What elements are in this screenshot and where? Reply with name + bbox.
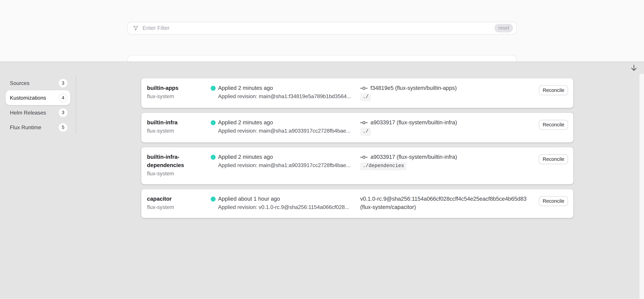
resource-name: builtin-infra-dependencies [147, 153, 211, 169]
sidebar-item-label: Helm Releases [10, 109, 46, 116]
scrollbar-track[interactable] [640, 74, 644, 299]
ref-text: f34819e5 (flux-system/builtin-apps) [370, 84, 457, 92]
reconcile-button[interactable]: Reconcile [539, 196, 568, 206]
item-count-badge: 3 [59, 78, 67, 87]
git-commit-icon [360, 155, 368, 159]
funnel-icon [133, 25, 139, 31]
ref-target-text: (flux-system/capacitor) [360, 203, 535, 212]
filter-bar: reset [127, 22, 516, 34]
resource-namespace: flux-system [147, 92, 211, 101]
status-text: Applied about 1 hour ago [218, 195, 360, 203]
revision-text: Applied revision: main@sha1:a9033917cc27… [218, 161, 360, 170]
revision-text: Applied revision: v0.1.0-rc.9@sha256:115… [218, 203, 360, 212]
revision-text: Applied revision: main@sha1:f34819e5a789… [218, 92, 360, 101]
bottom-panel: Sources 3 Kustomizations 4 Helm Releases… [0, 61, 644, 299]
sidebar-item-label: Sources [10, 80, 30, 86]
arrow-down-icon [630, 63, 638, 72]
resource-name: builtin-apps [147, 84, 211, 92]
revision-text: Applied revision: main@sha1:a9033917cc27… [218, 127, 360, 135]
kustomization-card[interactable]: builtin-infra-dependencies flux-system A… [141, 147, 573, 184]
ref-text: a9033917 (flux-system/builtin-infra) [370, 119, 457, 127]
path-chip: ./dependencies [360, 162, 406, 170]
resource-identity: capacitor flux-system [147, 195, 211, 211]
resource-identity: builtin-apps flux-system [147, 84, 211, 100]
status-column: Applied 2 minutes ago Applied revision: … [210, 84, 360, 100]
status-column: Applied 2 minutes ago Applied revision: … [210, 119, 360, 135]
resource-tabs-sidebar: Sources 3 Kustomizations 4 Helm Releases… [6, 75, 70, 135]
item-count-badge: 4 [59, 93, 67, 102]
sidebar-item-label: Kustomizations [10, 95, 46, 101]
git-commit-icon [360, 86, 368, 90]
status-column: Applied 2 minutes ago Applied revision: … [210, 153, 360, 169]
resource-namespace: flux-system [147, 170, 211, 178]
sidebar-item-flux-runtime[interactable]: Flux Runtime 5 [6, 120, 70, 135]
sidebar-item-helm-releases[interactable]: Helm Releases 3 [6, 105, 70, 120]
ref-column: a9033917 (flux-system/builtin-infra) ./d… [360, 153, 535, 170]
status-dot [210, 86, 216, 91]
ref-column: v0.1.0-rc.9@sha256:1154a066cf028ccff4c54… [360, 195, 535, 211]
reconcile-button[interactable]: Reconcile [539, 85, 568, 95]
status-dot [210, 197, 216, 202]
resource-name: builtin-infra [147, 119, 211, 127]
status-dot [210, 155, 216, 160]
reconcile-button[interactable]: Reconcile [539, 120, 568, 130]
collapse-panel-button[interactable] [629, 63, 638, 73]
resource-namespace: flux-system [147, 127, 211, 135]
kustomization-card[interactable]: builtin-apps flux-system Applied 2 minut… [141, 78, 573, 108]
sidebar-item-kustomizations[interactable]: Kustomizations 4 [6, 90, 70, 105]
resource-namespace: flux-system [147, 203, 211, 212]
sidebar-item-label: Flux Runtime [10, 124, 41, 130]
resource-identity: builtin-infra flux-system [147, 119, 211, 135]
status-text: Applied 2 minutes ago [218, 119, 360, 127]
app: reset Sources 3 Kustomizations 4 Helm Re [0, 0, 644, 299]
sidebar-divider [76, 76, 76, 134]
sidebar-item-sources[interactable]: Sources 3 [6, 75, 70, 90]
kustomization-card[interactable]: builtin-infra flux-system Applied 2 minu… [141, 113, 573, 142]
status-dot [210, 120, 216, 125]
ref-text: a9033917 (flux-system/builtin-infra) [370, 153, 457, 161]
item-count-badge: 5 [59, 123, 67, 132]
resource-identity: builtin-infra-dependencies flux-system [147, 153, 211, 178]
status-column: Applied about 1 hour ago Applied revisio… [210, 195, 360, 211]
path-chip: ./ [360, 128, 371, 136]
reconcile-button[interactable]: Reconcile [539, 154, 568, 164]
kustomization-list: builtin-apps flux-system Applied 2 minut… [141, 78, 573, 218]
ref-text: v0.1.0-rc.9@sha256:1154a066cf028ccff4c54… [360, 195, 526, 203]
resource-name: capacitor [147, 195, 211, 203]
reset-button[interactable]: reset [494, 24, 513, 32]
path-chip: ./ [360, 93, 371, 101]
status-text: Applied 2 minutes ago [218, 84, 360, 92]
ref-column: a9033917 (flux-system/builtin-infra) ./ [360, 119, 535, 136]
item-count-badge: 3 [59, 108, 67, 117]
status-text: Applied 2 minutes ago [218, 153, 360, 161]
kustomization-card[interactable]: capacitor flux-system Applied about 1 ho… [141, 189, 573, 218]
ref-column: f34819e5 (flux-system/builtin-apps) ./ [360, 84, 535, 101]
filter-input[interactable] [142, 25, 494, 31]
git-commit-icon [360, 121, 368, 125]
